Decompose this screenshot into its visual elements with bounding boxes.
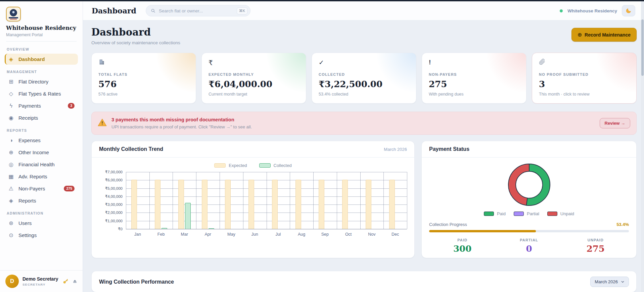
sidebar-item-label: Other Income bbox=[18, 150, 49, 155]
search-icon bbox=[151, 8, 155, 13]
x-tick-label: Jan bbox=[126, 232, 149, 237]
legend-item-collected: Collected bbox=[259, 163, 292, 168]
sidebar-item-label: Financial Health bbox=[18, 162, 55, 167]
bar-group-nov bbox=[360, 172, 384, 229]
collection-progress-bar bbox=[429, 230, 629, 232]
sidebar-item-financial-health[interactable]: ◎Financial Health bbox=[5, 159, 78, 170]
avatar: D bbox=[5, 275, 19, 288]
x-tick-label: Oct bbox=[337, 232, 360, 237]
legend-swatch bbox=[484, 212, 494, 216]
sidebar-item-other-income[interactable]: ⊕Other Income bbox=[5, 147, 78, 158]
sidebar-item-settings[interactable]: ⊙Settings bbox=[5, 230, 78, 241]
user-name: Demo Secretary bbox=[22, 276, 59, 282]
stat-label: NO PROOF SUBMITTED bbox=[539, 72, 630, 76]
sidebar-item-reports[interactable]: ◈Reports bbox=[5, 195, 78, 206]
stat-value: ₹6,04,000.00 bbox=[209, 79, 299, 89]
page-subtitle: Overview of society maintenance collecti… bbox=[91, 40, 180, 45]
content: Dashboard Overview of society maintenanc… bbox=[83, 20, 644, 292]
expected-bar bbox=[389, 180, 395, 229]
y-tick-label: ₹7,00,000 bbox=[105, 170, 123, 174]
sidebar-item-label: Receipts bbox=[18, 115, 38, 121]
theme-toggle-button[interactable] bbox=[622, 5, 635, 16]
diamond-icon: ◈ bbox=[8, 198, 14, 203]
page-header: Dashboard Overview of society maintenanc… bbox=[91, 26, 637, 45]
sidebar-item-label: Non-Payers bbox=[18, 186, 45, 191]
sidebar-item-users[interactable]: ⊛Users bbox=[5, 218, 78, 229]
scrollbar[interactable] bbox=[641, 1, 644, 292]
sidebar-item-label: Flat Directory bbox=[18, 79, 48, 84]
search-box[interactable]: ⌘K bbox=[146, 5, 250, 16]
collected-bar bbox=[185, 203, 191, 229]
x-tick-label: Mar bbox=[173, 232, 196, 237]
payment-status-title: Payment Status bbox=[429, 146, 469, 152]
wing-title: Wing Collection Performance bbox=[99, 279, 174, 285]
collection-progress-value: 53.4% bbox=[616, 222, 629, 227]
society-logo bbox=[6, 7, 21, 21]
stat-card-no-proof[interactable]: NO PROOF SUBMITTED3This month · click to… bbox=[532, 53, 637, 104]
expected-bar bbox=[178, 180, 184, 229]
trend-legend: ExpectedCollected bbox=[99, 163, 407, 168]
y-tick-label: ₹6,00,000 bbox=[105, 178, 123, 182]
expected-bar bbox=[272, 180, 278, 229]
sidebar-item-label: Flat Types & Rates bbox=[18, 91, 61, 97]
legend-item-paid: Paid bbox=[484, 211, 506, 216]
x-tick-label: Apr bbox=[196, 232, 220, 237]
sidebar-item-label: Adv. Reports bbox=[18, 174, 47, 179]
scrollbar-thumb[interactable] bbox=[641, 19, 644, 76]
payment-stat-label: PARTIAL bbox=[496, 238, 562, 242]
online-status-dot bbox=[560, 9, 563, 12]
key-icon[interactable] bbox=[63, 279, 68, 284]
sidebar-item-payments[interactable]: ϟPayments3 bbox=[5, 100, 78, 111]
brand-subtitle: Management Portal bbox=[6, 33, 77, 42]
sidebar-item-flat-types-rates[interactable]: ◇Flat Types & Rates bbox=[5, 88, 78, 99]
bar-group-jan bbox=[126, 172, 149, 229]
app-shell: Whitehouse Residency Management Portal O… bbox=[0, 1, 644, 292]
sidebar-item-flat-directory[interactable]: ⊞Flat Directory bbox=[5, 76, 78, 87]
x-tick-label: Jun bbox=[243, 232, 267, 237]
collected-bar bbox=[209, 228, 214, 229]
warning-icon: ⚠ bbox=[8, 186, 14, 191]
review-button[interactable]: Review → bbox=[600, 118, 630, 128]
legend-swatch bbox=[547, 212, 557, 216]
y-tick-label: ₹3,00,000 bbox=[105, 202, 123, 207]
concentric-circles-icon: ◎ bbox=[8, 162, 14, 167]
grid-icon: ⊞ bbox=[8, 79, 14, 84]
month-select[interactable]: March 2026 bbox=[590, 277, 629, 287]
search-input[interactable] bbox=[159, 8, 233, 13]
trend-x-axis: JanFebMarAprMayJunJulAugSepOctNovDec bbox=[99, 232, 407, 237]
circle-plus-icon: ⊕ bbox=[8, 150, 14, 155]
logout-eject-icon[interactable] bbox=[73, 279, 77, 284]
table-icon: ▦ bbox=[8, 174, 14, 179]
bar-group-feb bbox=[149, 172, 173, 229]
sidebar-item-adv-reports[interactable]: ▦Adv. Reports bbox=[5, 171, 78, 182]
sidebar-item-expenses[interactable]: ◑Expenses bbox=[5, 135, 78, 146]
search-shortcut-kbd: ⌘K bbox=[237, 7, 247, 14]
y-tick-label: ₹2,00,000 bbox=[105, 210, 123, 215]
sidebar-item-dashboard[interactable]: ◈Dashboard bbox=[5, 54, 78, 65]
stat-caption: 576 active bbox=[98, 92, 189, 97]
donut-slice-unpaid bbox=[508, 164, 529, 205]
expected-bar bbox=[319, 180, 324, 229]
asterisk-circle-icon: ⊛ bbox=[8, 221, 14, 226]
x-tick-label: Dec bbox=[383, 232, 407, 237]
payment-status-donut-chart bbox=[507, 162, 552, 207]
dot-circle-icon: ⊙ bbox=[8, 233, 14, 238]
expected-bar bbox=[366, 180, 371, 229]
logo-emblem-icon bbox=[10, 9, 17, 16]
lightning-icon: ϟ bbox=[8, 103, 14, 109]
record-maintenance-button[interactable]: ⊕ Record Maintenance bbox=[571, 28, 637, 42]
check-icon: ✓ bbox=[319, 59, 409, 67]
user-role: SECRETARY bbox=[22, 283, 59, 286]
topbar: Dashboard ⌘K Whitehouse Residency bbox=[83, 1, 644, 20]
topbar-title: Dashboard bbox=[92, 6, 136, 15]
expected-bar bbox=[155, 180, 160, 229]
sidebar-item-receipts[interactable]: ◉Receipts bbox=[5, 112, 78, 123]
wing-collection-performance-panel: Wing Collection Performance March 2026 bbox=[91, 271, 637, 292]
stat-card-total-flats: TOTAL FLATS576576 active bbox=[91, 53, 196, 104]
user-block[interactable]: D Demo Secretary SECRETARY bbox=[0, 270, 83, 292]
sidebar-item-label: Settings bbox=[18, 232, 37, 238]
donut-slice-paid bbox=[526, 164, 550, 206]
count-badge: 3 bbox=[68, 103, 75, 109]
trend-y-axis: ₹7,00,000₹6,00,000₹5,00,000₹4,00,000₹3,0… bbox=[99, 172, 126, 229]
sidebar-item-non-payers[interactable]: ⚠Non-Payers275 bbox=[5, 183, 78, 194]
